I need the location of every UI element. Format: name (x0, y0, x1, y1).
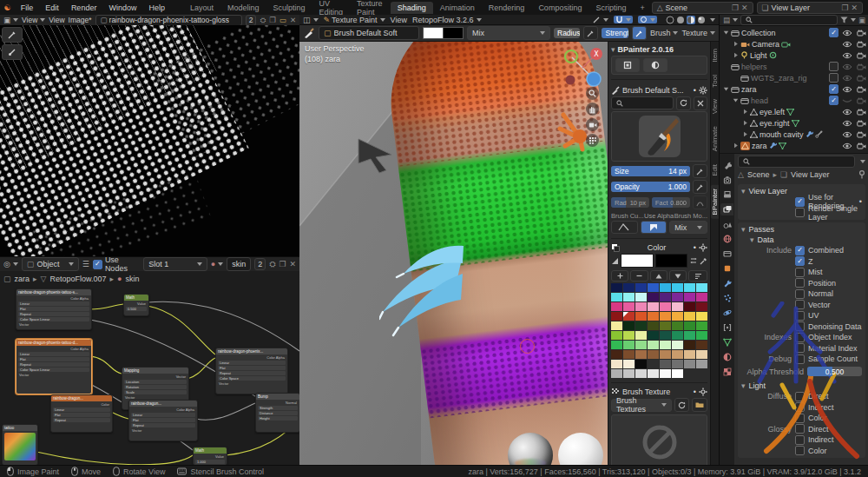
use-alpha-toggle[interactable] (641, 221, 667, 234)
render-visibility-icon[interactable] (857, 97, 866, 104)
palette-swatch[interactable] (684, 341, 695, 349)
palette-swatch[interactable] (611, 350, 622, 359)
render-visibility-icon[interactable] (857, 30, 866, 36)
outliner-row[interactable]: mouth cavity (720, 129, 868, 140)
bpainter-title-row[interactable]: ▾BPainter 2.0.16 (611, 43, 707, 56)
palette-swatch[interactable] (611, 312, 622, 321)
shader-node[interactable]: rainbow-dragon-phoenix...Color AlphaLine… (215, 348, 288, 394)
mode-dropdown[interactable]: ✎Texture Paint (324, 16, 385, 24)
menu-icon[interactable]: ☰ (82, 260, 89, 268)
palette-swatch[interactable] (696, 341, 707, 349)
palette-swatch[interactable] (623, 321, 635, 330)
breadcrumb-scene[interactable]: Scene (747, 170, 770, 179)
data-subsection-header[interactable]: ▾Data (741, 235, 862, 245)
brush-texture-folder-icon[interactable] (692, 398, 707, 412)
strength-slider[interactable]: Strength1.000 (602, 28, 628, 38)
brush-search-input[interactable] (611, 96, 674, 109)
palette-swatch[interactable] (696, 302, 707, 311)
refresh-brushes-icon[interactable] (676, 96, 691, 110)
palette-swatch[interactable] (696, 360, 707, 368)
collapse-icon[interactable] (742, 131, 748, 137)
checkbox-indirect[interactable] (795, 435, 805, 445)
checkbox-normal[interactable] (795, 289, 805, 299)
palette-swatch[interactable] (648, 321, 659, 330)
checkbox-denoising-data[interactable] (795, 321, 805, 331)
render-visibility-icon[interactable] (857, 41, 866, 48)
solid-shading-button[interactable] (676, 16, 685, 24)
material-users-badge[interactable]: 2 (254, 258, 266, 270)
checkbox-vector[interactable] (795, 300, 805, 309)
sidebar-tab-edit[interactable]: Edit (711, 161, 719, 180)
radius-slider[interactable]: Radius14 px (554, 28, 580, 38)
eyedropper-icon[interactable] (700, 257, 707, 265)
open-image-folder-icon[interactable]: ▭ (279, 16, 286, 24)
palette-swatch[interactable] (648, 331, 659, 340)
collection-checkbox[interactable]: ✓ (829, 96, 838, 105)
properties-tab-scene[interactable] (720, 218, 733, 230)
checkbox-position[interactable] (795, 278, 805, 288)
hide-viewport-icon[interactable] (842, 120, 852, 127)
palette-swatch[interactable] (696, 350, 707, 359)
palette-swatch[interactable] (684, 283, 695, 292)
palette-swatch[interactable] (684, 293, 695, 301)
properties-tab-world[interactable] (720, 233, 733, 245)
shader-node[interactable]: rainbow-dragon...Color AlphaLinearFlatRe… (128, 400, 198, 441)
palette-swatch[interactable] (623, 283, 635, 292)
palette-move-up-button[interactable] (650, 270, 667, 282)
palette-swatch[interactable] (623, 293, 635, 301)
palette-remove-button[interactable] (630, 270, 648, 282)
light-subsection-header[interactable]: ▾Light (741, 381, 862, 391)
palette-swatch[interactable] (660, 283, 671, 292)
paint-slots-button[interactable] (615, 58, 640, 72)
shader-node[interactable]: rainbow-dragon-phoenix-tattoo-d...Color … (16, 339, 92, 394)
outliner-row[interactable]: eye.right (720, 117, 868, 129)
color-gear-icon[interactable] (699, 243, 707, 252)
opacity-slider[interactable]: Opacity1.000 (611, 182, 690, 192)
palette-swatch[interactable] (611, 341, 622, 349)
expand-icon[interactable] (723, 30, 729, 36)
palette-swatch[interactable] (672, 293, 683, 301)
outliner-row[interactable]: zara (720, 140, 868, 151)
sample-tool-button[interactable] (2, 27, 23, 43)
palette-swatch[interactable] (635, 302, 647, 311)
hide-viewport-icon[interactable] (842, 30, 852, 36)
opacity-pressure-icon[interactable] (693, 180, 707, 194)
palette-swatch[interactable] (648, 369, 659, 378)
checkbox-direct[interactable] (795, 392, 805, 401)
properties-tab-material[interactable] (720, 351, 733, 363)
palette-swatch[interactable] (696, 293, 707, 301)
shader-node[interactable]: MathValue0.500 (123, 294, 149, 316)
collection-checkbox[interactable]: ✓ (829, 28, 838, 37)
properties-tab-render[interactable] (720, 174, 733, 186)
palette-swatch[interactable] (635, 369, 647, 378)
brush-popover[interactable]: Brush (650, 29, 679, 37)
fact-slider[interactable]: Fact0.800 (652, 197, 690, 208)
view-layer-selector[interactable]: ❏ View Layer ❐✕ (757, 2, 863, 14)
palette-swatch[interactable] (660, 331, 671, 340)
palette-swatch[interactable] (635, 331, 647, 340)
palette-swatch[interactable] (672, 302, 683, 311)
checkbox-direct[interactable] (795, 424, 805, 434)
workspace-tab-compositing[interactable]: Compositing (531, 2, 589, 14)
shader-node[interactable]: tattoo (2, 424, 38, 466)
properties-tab-tool[interactable] (720, 159, 733, 171)
unlink-image-icon[interactable]: ✕ (290, 16, 296, 24)
camera-view-button[interactable] (586, 118, 599, 131)
checkbox-sample-count[interactable] (795, 354, 805, 364)
rad-slider[interactable]: Rad10 px (611, 197, 649, 208)
palette-swatch[interactable] (696, 283, 707, 292)
radius-pressure-icon[interactable] (583, 26, 598, 40)
render-visibility-icon[interactable] (857, 52, 866, 59)
checkbox-uv[interactable] (795, 311, 805, 321)
render-visibility-icon[interactable] (857, 75, 866, 82)
render-visibility-icon[interactable] (857, 131, 866, 138)
collection-checkbox[interactable]: ✓ (829, 84, 838, 94)
render-single-layer-checkbox[interactable] (795, 208, 805, 217)
workspace-tab-layout[interactable]: Layout (183, 2, 220, 14)
palette-swatch[interactable] (623, 360, 635, 368)
proportional-edit-toggle[interactable] (638, 16, 657, 23)
expand-icon[interactable] (733, 97, 739, 103)
menu-edit[interactable]: Edit (39, 3, 65, 12)
texture-popover[interactable]: Texture (681, 29, 715, 37)
checkbox-color[interactable] (795, 414, 805, 423)
